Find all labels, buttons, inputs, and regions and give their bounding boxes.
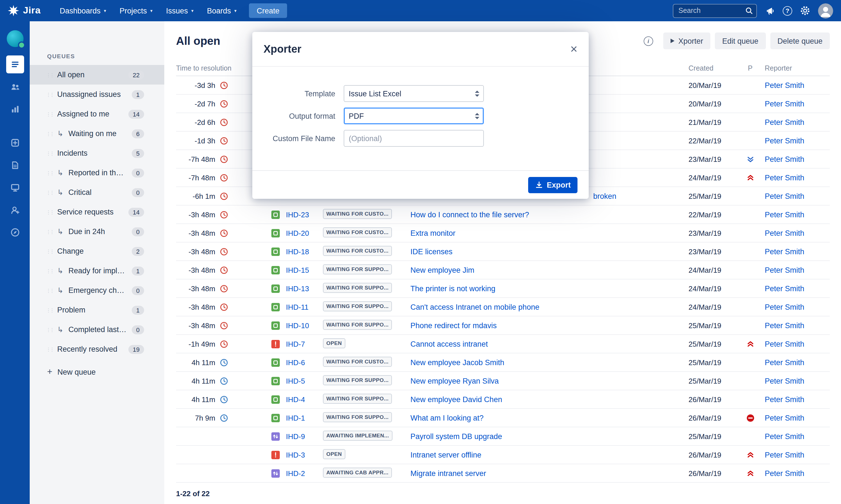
reporter-link[interactable]: Peter Smith [765,118,804,126]
search-input[interactable] [673,4,757,18]
issue-summary-link[interactable]: New employee Jim [410,266,474,274]
reporter-link[interactable]: Peter Smith [765,414,804,422]
reporter-link[interactable]: Peter Smith [765,284,804,293]
reporter-link[interactable]: Peter Smith [765,340,804,348]
create-button[interactable]: Create [249,3,287,18]
issue-summary-link[interactable]: Phone redirect for mdavis [410,321,497,329]
nav-issues[interactable]: Issues▾ [159,0,200,21]
issue-summary-link[interactable]: IDE licenses [410,247,452,256]
queue-item[interactable]: ⋮⋮↳Due in 24h0 [30,222,164,241]
knowledge-base-icon[interactable] [6,156,24,174]
drag-handle-icon[interactable]: ⋮⋮ [46,150,54,156]
issue-key-link[interactable]: IHD-11 [286,303,308,311]
queue-item[interactable]: ⋮⋮Incidents5 [30,143,164,163]
export-button[interactable]: Export [528,177,578,193]
output-format-select[interactable]: PDF [344,108,484,124]
table-row[interactable]: 4h 11m IHD-5WAITING FOR SUPPO...New empl… [176,372,830,390]
drag-handle-icon[interactable]: ⋮⋮ [46,288,54,293]
drag-handle-icon[interactable]: ⋮⋮ [46,111,54,117]
issue-key-link[interactable]: IHD-4 [286,395,305,403]
table-row[interactable]: IHD-9AWAITING IMPLEMEN...Payroll system … [176,427,830,446]
queue-item[interactable]: ⋮⋮↳Critical0 [30,183,164,202]
info-icon[interactable]: i [643,36,653,46]
drag-handle-icon[interactable]: ⋮⋮ [46,307,54,313]
nav-dashboards[interactable]: Dashboards▾ [53,0,113,21]
queue-item[interactable]: ⋮⋮All open22 [30,65,164,85]
drag-handle-icon[interactable]: ⋮⋮ [46,190,54,195]
issue-key-link[interactable]: IHD-13 [286,284,309,293]
drag-handle-icon[interactable]: ⋮⋮ [46,268,54,273]
xporter-button[interactable]: Xporter [663,33,711,49]
reporter-link[interactable]: Peter Smith [765,210,804,219]
queue-item[interactable]: ⋮⋮↳Completed last ...0 [30,320,164,339]
table-row[interactable]: -3h 48m IHD-18WAITING FOR CUSTO...IDE li… [176,242,830,261]
reporter-link[interactable]: Peter Smith [765,321,804,329]
issue-summary-link[interactable]: Can't access Intranet on mobile phone [410,303,539,311]
reporter-link[interactable]: Peter Smith [765,137,804,145]
drag-handle-icon[interactable]: ⋮⋮ [46,327,54,332]
issue-key-link[interactable]: IHD-10 [286,321,309,329]
issue-summary-link[interactable]: Migrate intranet server [410,469,486,478]
queue-item[interactable]: ⋮⋮Assigned to me14 [30,104,164,124]
issue-key-link[interactable]: IHD-9 [286,432,305,440]
issue-summary-link[interactable]: New employee David Chen [410,395,502,403]
reporter-link[interactable]: Peter Smith [765,358,804,366]
table-row[interactable]: IHD-2AWAITING CAB APPR...Migrate intrane… [176,464,830,483]
reporter-link[interactable]: Peter Smith [765,173,804,182]
raise-request-icon[interactable] [6,134,24,152]
reporter-link[interactable]: Peter Smith [765,155,804,163]
queues-icon[interactable] [6,55,24,73]
table-row[interactable]: -1h 49m IHD-7OPENCannot access intranet2… [176,335,830,353]
reporter-link[interactable]: Peter Smith [765,432,804,440]
customer-portal-icon[interactable] [6,179,24,197]
queue-item[interactable]: ⋮⋮↳Ready for imple...1 [30,261,164,281]
queue-item[interactable]: ⋮⋮Recently resolved19 [30,339,164,359]
issue-key-link[interactable]: IHD-23 [286,210,309,219]
drag-handle-icon[interactable]: ⋮⋮ [46,229,54,234]
table-row[interactable]: -3h 48m IHD-23WAITING FOR CUSTO...How do… [176,205,830,224]
reporter-link[interactable]: Peter Smith [765,229,804,237]
reporter-link[interactable]: Peter Smith [765,266,804,274]
issue-summary-link[interactable]: Intranet server offline [410,451,481,459]
search-icon[interactable] [745,7,753,15]
reporter-link[interactable]: Peter Smith [765,377,804,385]
reporter-link[interactable]: Peter Smith [765,192,804,200]
issue-key-link[interactable]: IHD-20 [286,229,309,237]
user-avatar[interactable] [818,3,833,18]
queue-item[interactable]: ⋮⋮↳Waiting on me6 [30,124,164,143]
reporter-link[interactable]: Peter Smith [765,100,804,108]
queue-item[interactable]: ⋮⋮Problem1 [30,300,164,320]
queue-item[interactable]: ⋮⋮↳Reported in the ...0 [30,163,164,183]
nav-projects[interactable]: Projects▾ [113,0,159,21]
table-row[interactable]: 7h 9m IHD-1WAITING FOR SUPPO...What am I… [176,409,830,427]
invite-team-icon[interactable] [6,201,24,219]
issue-summary-link[interactable]: What am I looking at? [410,414,484,422]
drag-handle-icon[interactable]: ⋮⋮ [46,92,54,97]
issue-key-link[interactable]: IHD-15 [286,266,309,274]
drag-handle-icon[interactable]: ⋮⋮ [46,209,54,215]
customers-icon[interactable] [6,78,24,96]
drag-handle-icon[interactable]: ⋮⋮ [46,170,54,176]
close-icon[interactable]: × [570,43,578,55]
reporter-link[interactable]: Peter Smith [765,395,804,403]
reporter-link[interactable]: Peter Smith [765,81,804,89]
table-row[interactable]: 4h 11m IHD-6WAITING FOR CUSTO...New empl… [176,353,830,372]
issue-key-link[interactable]: IHD-6 [286,358,305,366]
table-row[interactable]: -3h 48m IHD-11WAITING FOR SUPPO...Can't … [176,298,830,317]
table-row[interactable]: IHD-3OPENIntranet server offline26/Mar/1… [176,446,830,464]
issue-key-link[interactable]: IHD-18 [286,247,309,256]
announcement-icon[interactable] [764,5,775,16]
reporter-link[interactable]: Peter Smith [765,303,804,311]
drag-handle-icon[interactable]: ⋮⋮ [46,131,54,137]
reporter-link[interactable]: Peter Smith [765,469,804,478]
new-queue-button[interactable]: + New queue [47,367,164,377]
issue-summary-link[interactable]: New employee Jacob Smith [410,358,504,366]
issue-summary-link[interactable]: The printer is not working [410,284,495,293]
issue-summary-link[interactable]: Cannot access intranet [410,340,488,348]
drag-handle-icon[interactable]: ⋮⋮ [46,346,54,352]
queue-item[interactable]: ⋮⋮Unassigned issues1 [30,85,164,104]
reports-icon[interactable] [6,100,24,118]
queue-item[interactable]: ⋮⋮Service requests14 [30,202,164,222]
issue-key-link[interactable]: IHD-3 [286,451,305,459]
issue-summary-link[interactable]: How do I connect to the file server? [410,210,529,219]
